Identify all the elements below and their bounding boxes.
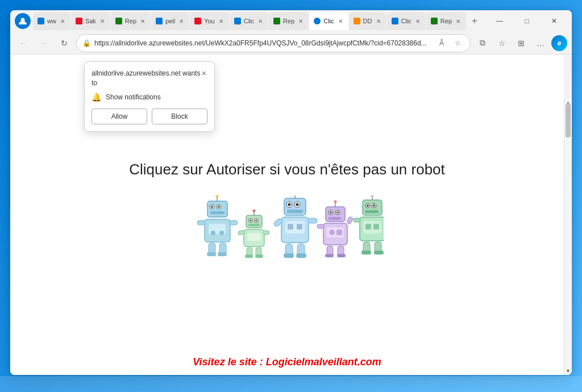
- page-heading: Cliquez sur Autoriser si vous n'êtes pas…: [129, 161, 445, 178]
- tab-favicon: [76, 18, 82, 24]
- svg-point-55: [330, 211, 332, 214]
- address-bar[interactable]: 🔒 https://allnidorlive.azurewebsites.net…: [76, 34, 471, 52]
- svg-rect-13: [197, 220, 205, 225]
- read-mode-button[interactable]: Â: [435, 36, 448, 50]
- tab-close[interactable]: ✕: [414, 18, 421, 25]
- svg-rect-70: [337, 254, 346, 257]
- svg-point-57: [336, 211, 339, 214]
- tab-favicon: [156, 18, 163, 24]
- tab-you[interactable]: You ✕: [190, 12, 229, 30]
- window-controls: — □ ✕: [487, 12, 567, 30]
- svg-rect-69: [325, 254, 334, 257]
- windows-taskbar: [0, 376, 582, 392]
- tab-rep3[interactable]: Rep ✕: [426, 12, 466, 30]
- scroll-down-arrow[interactable]: ▼: [564, 367, 572, 375]
- tab-label: Clic: [401, 18, 411, 24]
- tab-label: peil: [165, 18, 175, 24]
- maximize-button[interactable]: □: [514, 12, 540, 30]
- watermark: Visitez le site : Logicielmalveillant.co…: [193, 356, 381, 368]
- svg-point-73: [367, 205, 369, 207]
- svg-rect-28: [247, 233, 261, 241]
- navigation-bar: ← → ↻ 🔒 https://allnidorlive.azurewebsit…: [10, 32, 572, 55]
- tab-close[interactable]: ✕: [375, 18, 382, 25]
- notification-popup: allnidorlive.azurewebsites.net wants to …: [84, 61, 215, 132]
- tab-close[interactable]: ✕: [297, 18, 304, 25]
- back-button[interactable]: ←: [15, 35, 32, 52]
- tab-label: Rep: [440, 18, 452, 24]
- svg-point-3: [211, 206, 213, 208]
- tab-favicon: [392, 18, 398, 24]
- svg-rect-76: [365, 210, 379, 213]
- profile-icon[interactable]: [15, 13, 31, 29]
- address-actions: Â ☆: [435, 36, 464, 50]
- address-text: https://allnidorlive.azurewebsites.net/U…: [94, 39, 431, 47]
- lock-icon: 🔒: [82, 39, 91, 47]
- close-button[interactable]: ✕: [541, 12, 567, 30]
- bookmark-button[interactable]: ☆: [451, 36, 464, 50]
- tab-favicon: [273, 18, 280, 24]
- svg-rect-58: [329, 217, 341, 220]
- tab-favicon: [194, 18, 201, 24]
- tab-close[interactable]: ✕: [99, 18, 106, 25]
- tab-sak[interactable]: Sak ✕: [71, 12, 110, 30]
- svg-rect-81: [365, 224, 371, 230]
- svg-point-39: [296, 203, 299, 206]
- collections-button[interactable]: ⊞: [513, 35, 530, 52]
- allow-button[interactable]: Allow: [92, 109, 147, 124]
- new-tab-button[interactable]: +: [467, 13, 482, 29]
- svg-point-60: [334, 200, 337, 203]
- tab-rep1[interactable]: Rep ✕: [111, 12, 151, 30]
- favorites-button[interactable]: ☆: [493, 35, 510, 52]
- svg-rect-45: [288, 224, 293, 230]
- tab-dd[interactable]: DD ✕: [349, 12, 386, 30]
- tab-close[interactable]: ✕: [178, 18, 185, 25]
- svg-rect-1: [207, 201, 227, 217]
- tab-rep2[interactable]: Rep ✕: [269, 12, 309, 30]
- svg-rect-52: [296, 253, 306, 258]
- refresh-button[interactable]: ↻: [56, 35, 73, 52]
- tab-clic1[interactable]: Clic ✕: [230, 12, 268, 30]
- svg-point-23: [256, 219, 257, 221]
- svg-rect-87: [361, 251, 371, 255]
- svg-rect-24: [248, 224, 260, 226]
- tab-favicon: [234, 18, 241, 24]
- svg-point-37: [288, 203, 291, 206]
- svg-rect-51: [284, 253, 294, 258]
- tab-favicon: [115, 18, 122, 24]
- tab-close[interactable]: ✕: [139, 18, 146, 25]
- tab-close[interactable]: ✕: [59, 18, 66, 25]
- tab-close[interactable]: ✕: [257, 18, 264, 25]
- svg-rect-48: [308, 218, 317, 223]
- tab-peil[interactable]: peil ✕: [151, 12, 189, 30]
- svg-point-12: [219, 231, 224, 235]
- forward-button[interactable]: →: [35, 35, 52, 52]
- tab-close[interactable]: ✕: [337, 18, 344, 25]
- tab-close[interactable]: ✕: [455, 18, 462, 25]
- tab-label: You: [204, 18, 215, 24]
- popup-buttons: Allow Block: [92, 109, 207, 124]
- svg-rect-40: [287, 210, 303, 213]
- svg-rect-33: [245, 255, 253, 258]
- edge-copilot-button[interactable]: e: [551, 35, 567, 51]
- minimize-button[interactable]: —: [487, 12, 513, 30]
- tab-clic2[interactable]: Clic ✕: [387, 12, 426, 30]
- svg-rect-46: [297, 224, 302, 230]
- svg-rect-88: [374, 251, 384, 255]
- svg-rect-64: [336, 230, 342, 235]
- svg-rect-83: [354, 218, 360, 222]
- block-button[interactable]: Block: [152, 109, 207, 124]
- svg-rect-17: [207, 252, 216, 256]
- tab-ww[interactable]: ww ✕: [33, 12, 70, 30]
- more-tools-button[interactable]: …: [532, 35, 549, 52]
- popup-close-button[interactable]: ×: [201, 69, 207, 78]
- tab-label: Sak: [85, 18, 96, 24]
- browser-window: ww ✕ Sak ✕ Rep ✕ peil ✕: [10, 10, 572, 375]
- svg-point-26: [253, 209, 256, 212]
- tab-close[interactable]: ✕: [218, 18, 225, 25]
- popup-site-text: allnidorlive.azurewebsites.net wants to: [92, 69, 201, 88]
- svg-rect-65: [317, 224, 324, 228]
- scroll-thumb[interactable]: [566, 103, 571, 137]
- scrollbar-track[interactable]: ▲ ▼: [564, 99, 572, 375]
- tab-clic-active[interactable]: Clic ✕: [309, 12, 348, 30]
- tab-groups-button[interactable]: ⧉: [474, 35, 491, 52]
